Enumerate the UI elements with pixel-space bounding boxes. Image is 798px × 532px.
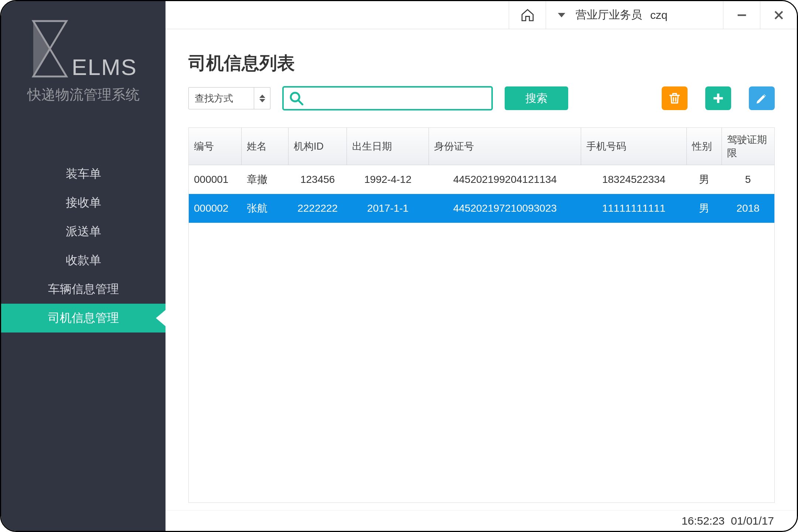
close-button[interactable] [760,1,797,29]
sidebar-item[interactable]: 车辆信息管理 [1,275,166,304]
user-role: 营业厅业务员 [576,7,642,23]
statusbar: 16:52:23 01/01/17 [166,510,797,531]
sidebar-item[interactable]: 接收单 [1,188,166,217]
svg-line-4 [298,100,303,105]
cell: 11111111111 [581,194,686,223]
cell: 章撤 [242,165,289,194]
cell: 男 [686,194,722,223]
column-header[interactable]: 机构ID [288,128,347,165]
plus-icon [711,91,725,105]
sidebar-item[interactable]: 收款单 [1,246,166,275]
main: 营业厅业务员 czq 司机信息列表 [166,1,797,531]
content: 司机信息列表 查找方式 搜索 [166,29,797,510]
sidebar-item[interactable]: 派送单 [1,217,166,246]
add-button[interactable] [705,86,731,110]
minimize-button[interactable] [723,1,760,29]
select-label: 查找方式 [189,92,254,105]
search-mode-select[interactable]: 查找方式 [188,87,270,109]
pen-icon [755,91,769,105]
cell: 000002 [189,194,242,223]
cell: 445202197210093023 [429,194,581,223]
cell: 2222222 [288,194,347,223]
column-header[interactable]: 编号 [189,128,242,165]
page-title: 司机信息列表 [188,51,775,75]
brand-name: ELMS [72,54,137,80]
hourglass-icon [30,17,70,80]
edit-button[interactable] [749,86,775,110]
status-date: 01/01/17 [731,515,774,527]
home-button[interactable] [509,1,546,29]
table-row[interactable]: 000001章撤1234561992-4-1244520219920412113… [189,165,774,194]
sidebar-item[interactable]: 装车单 [1,160,166,188]
chevron-down-icon [558,13,565,17]
cell: 2017-1-1 [347,194,429,223]
cell: 张航 [242,194,289,223]
cell: 5 [722,165,774,194]
driver-table: 编号姓名机构ID出生日期身份证号手机号码性别驾驶证期限 000001章撤1234… [188,127,775,503]
cell: 1992-4-12 [347,165,429,194]
cell: 000001 [189,165,242,194]
user-name: czq [650,9,668,21]
column-header[interactable]: 身份证号 [429,128,581,165]
column-header[interactable]: 手机号码 [581,128,686,165]
toolbar: 查找方式 搜索 [188,86,775,110]
search-button[interactable]: 搜索 [505,86,568,110]
trash-icon [668,91,682,105]
table-row[interactable]: 000002张航22222222017-1-144520219721009302… [189,194,774,223]
sidebar: ELMS 快递物流管理系统 装车单接收单派送单收款单车辆信息管理司机信息管理 [1,1,166,531]
cell: 445202199204121134 [429,165,581,194]
cell: 123456 [288,165,347,194]
cell: 18324522334 [581,165,686,194]
delete-button[interactable] [662,86,688,110]
stepper-icon [254,88,270,109]
nav: 装车单接收单派送单收款单车辆信息管理司机信息管理 [1,160,166,332]
user-menu[interactable]: 营业厅业务员 czq [546,1,723,29]
search-input[interactable] [309,92,486,104]
search-icon [289,91,304,106]
cell: 2018 [722,194,774,223]
brand: ELMS 快递物流管理系统 [1,1,166,119]
minimize-icon [736,9,748,21]
column-header[interactable]: 性别 [686,128,722,165]
column-header[interactable]: 姓名 [242,128,289,165]
column-header[interactable]: 驾驶证期限 [722,128,774,165]
cell: 男 [686,165,722,194]
column-header[interactable]: 出生日期 [347,128,429,165]
search-box [282,86,493,110]
brand-subtitle: 快递物流管理系统 [12,85,154,104]
home-icon [520,8,535,23]
close-icon [773,9,785,21]
brand-logo: ELMS [12,17,154,80]
status-time: 16:52:23 [682,515,725,527]
topbar: 营业厅业务员 czq [166,1,797,29]
sidebar-item[interactable]: 司机信息管理 [1,304,166,332]
